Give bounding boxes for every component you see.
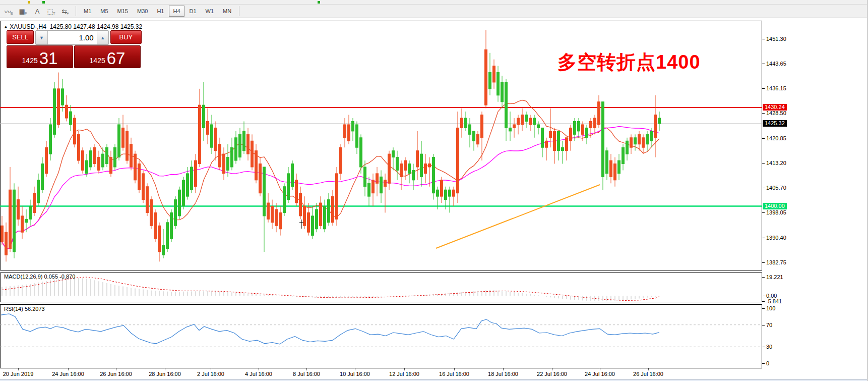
chart-toolbar: 〰E▦FA⬚T⇆▾ M1M5M15M30H1H4D1W1MN xyxy=(0,5,868,18)
date-tick-mark xyxy=(648,368,649,370)
status-strip xyxy=(0,379,868,381)
price-tick-label: 1405.70 xyxy=(766,185,786,191)
price-tick-label: 1420.85 xyxy=(766,135,786,141)
text-label-icon[interactable]: A xyxy=(31,5,44,17)
date-tick-mark xyxy=(306,368,307,370)
rsi-tick-label: 30 xyxy=(766,344,772,350)
date-tick-label: 26 Jul 16:00 xyxy=(633,371,663,377)
timeframe-button-w1[interactable]: W1 xyxy=(202,6,218,17)
price-badge: 1430.24 xyxy=(763,104,787,111)
buy-price-box[interactable]: 1425 67 xyxy=(74,45,141,68)
date-tick-mark xyxy=(68,368,69,370)
timeframe-button-m15[interactable]: M15 xyxy=(113,6,132,17)
macd-panel-canvas[interactable] xyxy=(0,273,762,302)
axis-tick xyxy=(762,64,765,64)
timeframe-button-m30[interactable]: M30 xyxy=(133,6,152,17)
indicators-icon[interactable]: 〰E xyxy=(3,5,16,17)
toolbar-sliver-mark xyxy=(28,1,30,4)
axis-tick xyxy=(762,363,765,364)
axis-tick xyxy=(762,301,765,302)
toolbar-separator xyxy=(239,6,239,16)
objects-arrows-icon[interactable]: ⇆▾ xyxy=(59,5,72,17)
buy-button[interactable]: BUY xyxy=(110,30,142,44)
axis-tick xyxy=(762,163,765,164)
axis-tick xyxy=(762,347,765,347)
axis-tick xyxy=(762,277,765,278)
date-tick-mark xyxy=(165,368,165,370)
date-tick-label: 12 Jul 16:00 xyxy=(389,371,419,377)
axis-tick xyxy=(762,212,765,213)
macd-tick-label: 0.00 xyxy=(766,293,777,299)
axis-tick xyxy=(762,238,765,238)
timeframe-button-d1[interactable]: D1 xyxy=(185,6,201,17)
date-tick-mark xyxy=(404,368,405,370)
price-axis[interactable]: 1451.301443.651436.151428.501420.851413.… xyxy=(762,18,868,379)
rsi-label: RSI(14) 56.2073 xyxy=(4,306,45,312)
upper-toolbar-sliver xyxy=(0,0,868,5)
volume-stepper: ▼ 1.00 ▲ xyxy=(35,30,109,45)
macd-tick-label: -5.841 xyxy=(766,298,782,304)
toolbar-sliver-mark xyxy=(42,1,45,4)
grid-icon[interactable]: ▦F xyxy=(17,5,30,17)
date-tick-mark xyxy=(116,368,116,370)
axis-tick xyxy=(762,113,765,114)
date-tick-label: 2 Jul 16:00 xyxy=(197,371,224,377)
date-tick-label: 24 Jun 16:00 xyxy=(52,371,84,377)
rsi-tick-label: 100 xyxy=(766,305,775,311)
price-tick-label: 1398.05 xyxy=(766,209,786,215)
buy-price-big: 67 xyxy=(107,50,126,67)
one-click-trade-panel: SELL ▼ 1.00 ▲ BUY 1425 31 1425 67 xyxy=(7,30,142,68)
price-tick-label: 1428.50 xyxy=(766,110,786,116)
volume-increase-button[interactable]: ▲ xyxy=(97,31,108,44)
toolbar-sliver-mark xyxy=(318,1,320,4)
date-tick-label: 10 Jul 16:00 xyxy=(340,371,370,377)
date-tick-mark xyxy=(18,368,19,370)
axis-tick xyxy=(762,88,765,89)
volume-input[interactable]: 1.00 xyxy=(48,31,97,44)
date-tick-label: 8 Jul 16:00 xyxy=(293,371,320,377)
date-tick-mark xyxy=(454,368,455,370)
mt4-window: 〰E▦FA⬚T⇆▾ M1M5M15M30H1H4D1W1MN 1451.3014… xyxy=(0,0,868,381)
price-tick-label: 1382.75 xyxy=(766,259,786,265)
text-box-icon[interactable]: ⬚T xyxy=(45,5,58,17)
date-tick-label: 20 Jun 2019 xyxy=(3,371,34,377)
timeframe-button-m1[interactable]: M1 xyxy=(80,6,95,17)
price-tick-label: 1413.20 xyxy=(766,160,786,166)
macd-label: MACD(12,26,9) 0.055 -0.870 xyxy=(4,274,75,280)
price-tick-label: 1451.30 xyxy=(766,36,786,42)
date-tick-label: 18 Jul 16:00 xyxy=(488,371,518,377)
date-tick-label: 22 Jul 16:00 xyxy=(537,371,567,377)
date-tick-label: 26 Jun 16:00 xyxy=(100,371,132,377)
axis-tick xyxy=(762,325,765,325)
timeframe-button-h4[interactable]: H4 xyxy=(169,6,184,17)
sell-price-small: 1425 xyxy=(22,57,38,65)
axis-tick xyxy=(762,138,765,139)
price-tick-label: 1390.40 xyxy=(766,235,786,241)
axis-tick xyxy=(762,262,765,263)
date-tick-mark xyxy=(211,368,211,370)
date-tick-mark xyxy=(503,368,504,370)
timeframe-button-h1[interactable]: H1 xyxy=(153,6,168,17)
symbol-header[interactable]: ▲ XAUUSD-,H4 1425.80 1427.48 1424.98 142… xyxy=(4,23,142,30)
volume-decrease-button[interactable]: ▼ xyxy=(36,31,47,44)
sell-button[interactable]: SELL xyxy=(7,30,34,44)
rsi-panel-canvas[interactable] xyxy=(0,304,762,368)
price-badge: 1425.32 xyxy=(763,120,787,127)
axis-tick xyxy=(762,308,765,309)
date-tick-mark xyxy=(552,368,552,370)
axis-tick xyxy=(762,296,765,296)
sell-price-box[interactable]: 1425 31 xyxy=(7,45,73,68)
timeframe-button-m5[interactable]: M5 xyxy=(96,6,112,17)
price-tick-label: 1443.65 xyxy=(766,61,786,67)
sell-price-big: 31 xyxy=(39,50,58,67)
date-tick-label: 24 Jul 16:00 xyxy=(585,371,615,377)
date-tick-mark xyxy=(600,368,600,370)
chart-annotation-text: 多空转折点1400 xyxy=(557,49,701,75)
rsi-tick-label: 0 xyxy=(766,360,769,366)
symbol-ohlc-values: 1425.80 1427.48 1424.98 1425.32 xyxy=(50,23,143,30)
timeframe-button-mn[interactable]: MN xyxy=(219,6,235,17)
date-tick-mark xyxy=(355,368,355,370)
axis-tick xyxy=(762,39,765,39)
collapse-triangle-icon[interactable]: ▲ xyxy=(4,24,8,29)
price-tick-label: 1436.15 xyxy=(766,85,786,91)
